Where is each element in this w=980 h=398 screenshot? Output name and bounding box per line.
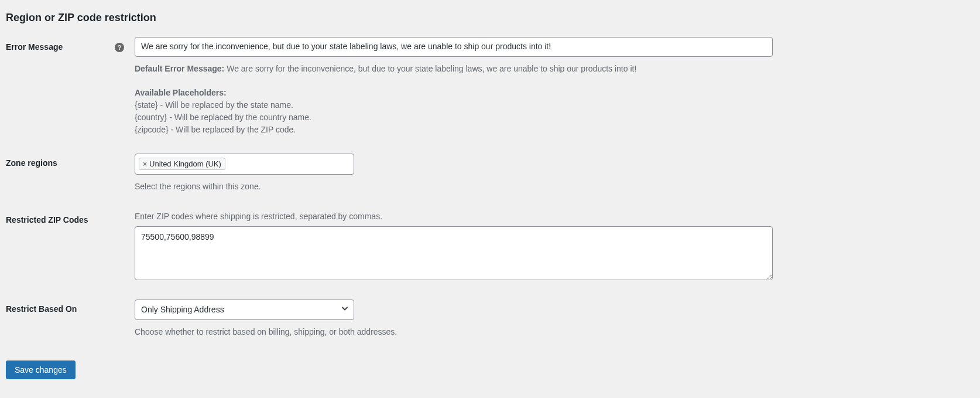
page-title: Region or ZIP code restriction: [6, 12, 974, 24]
save-button[interactable]: Save changes: [6, 360, 76, 379]
error-message-input[interactable]: [135, 37, 773, 57]
help-icon[interactable]: ?: [115, 43, 124, 52]
placeholder-state: {state} - Will be replaced by the state …: [135, 99, 773, 111]
restrict-based-on-helper: Choose whether to restrict based on bill…: [135, 326, 773, 338]
restricted-zip-textarea[interactable]: 75500,75600,98899: [135, 226, 773, 280]
zone-regions-input[interactable]: × United Kingdom (UK): [135, 154, 354, 175]
placeholder-country: {country} - Will be replaced by the coun…: [135, 111, 773, 124]
zone-regions-label: Zone regions: [6, 158, 57, 168]
zone-region-tag: × United Kingdom (UK): [139, 158, 225, 170]
restricted-zip-preamble: Enter ZIP codes where shipping is restri…: [135, 210, 773, 223]
default-error-text: We are sorry for the inconvenience, but …: [224, 64, 636, 73]
zone-regions-helper: Select the regions within this zone.: [135, 181, 773, 193]
placeholder-zipcode: {zipcode} - Will be replaced by the ZIP …: [135, 124, 773, 136]
tag-label: United Kingdom (UK): [149, 159, 221, 168]
restrict-based-on-label: Restrict Based On: [6, 304, 77, 314]
default-error-label: Default Error Message:: [135, 64, 224, 73]
placeholders-label: Available Placeholders:: [135, 87, 773, 99]
tag-remove-icon[interactable]: ×: [143, 161, 147, 168]
restrict-based-on-select[interactable]: Only Shipping Address: [135, 300, 354, 321]
restricted-zip-label: Restricted ZIP Codes: [6, 215, 88, 224]
error-message-label: Error Message: [6, 42, 63, 52]
